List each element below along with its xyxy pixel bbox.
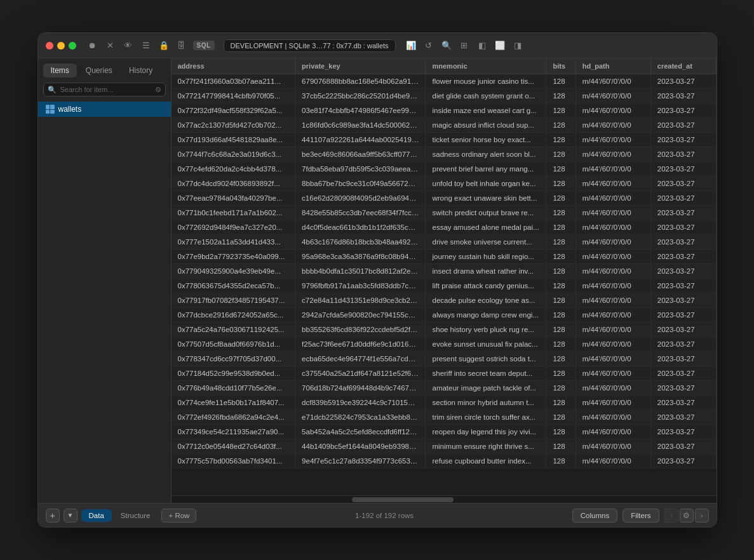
cell-private_key[interactable]: f25ac73f6ee671d0ddf6e9c1d0168f... [295, 337, 426, 352]
table-row[interactable]: 0x7775c57bd00563ab7fd3401...9e4f7e5c1c27… [172, 454, 717, 469]
table-row[interactable]: 0x7712c0e05448ed27c64d03f...44b1409bc5ef… [172, 439, 717, 454]
cell-private_key[interactable]: 1c86fd0c6c989ae3fa14dc500062b2... [295, 118, 426, 133]
cell-bits[interactable]: 128 [546, 206, 576, 220]
cell-private_key[interactable]: 679076888bb8ac168e54b062a918... [295, 74, 426, 89]
cell-address[interactable]: 0x772f32df49acf558f329f62a5... [172, 103, 295, 118]
cell-private_key[interactable]: 8bba67be7bc9ce31c0f49a566724b... [295, 177, 426, 191]
table-row[interactable]: 0x774ce9fe11e5b0b17a1f8407...dcf839b5919… [172, 396, 717, 410]
cell-hd_path[interactable]: m/44'/60'/0'/0/0 [576, 396, 650, 410]
cell-mnemonic[interactable]: present suggest ostrich soda t... [426, 352, 546, 366]
cell-address[interactable]: 0x776b49a48cdd10f77b5e26e... [172, 381, 295, 396]
chart-icon[interactable]: 📊 [405, 39, 417, 52]
cell-bits[interactable]: 128 [546, 279, 576, 293]
cell-mnemonic[interactable]: minimum ensure right thrive s... [426, 439, 546, 454]
cell-address[interactable]: 0x7744f7c6c68a2e3a019d6c3... [172, 147, 295, 162]
cell-private_key[interactable]: 706d18b724af699448d4b9c746752... [295, 381, 426, 396]
cell-created_at[interactable]: 2023-03-27 [650, 454, 716, 469]
cell-hd_path[interactable]: m/44'/60'/0'/0/0 [576, 308, 650, 323]
cell-mnemonic[interactable]: always mango damp crew engi... [426, 308, 546, 323]
cell-private_key[interactable]: 37cb5c2225bbc286c25201d4be966... [295, 89, 426, 103]
cell-address[interactable]: 0x772ef4926fbda6862a94c2e4... [172, 410, 295, 425]
cell-bits[interactable]: 128 [546, 89, 576, 103]
cell-created_at[interactable]: 2023-03-27 [650, 323, 716, 337]
cell-mnemonic[interactable]: journey sustain hub skill regio... [426, 250, 546, 264]
cell-created_at[interactable]: 2023-03-27 [650, 425, 716, 439]
cell-private_key[interactable]: 2942a7cfda5e900820ec794155c1ff... [295, 308, 426, 323]
cell-address[interactable]: 0x7775c57bd00563ab7fd3401... [172, 454, 295, 469]
cell-bits[interactable]: 128 [546, 177, 576, 191]
cell-address[interactable]: 0x77dcbce2916d6724052a65c... [172, 308, 295, 323]
cell-bits[interactable]: 128 [546, 162, 576, 177]
col-header-hd-path[interactable]: hd_path [576, 58, 650, 74]
cell-private_key[interactable]: dcf839b5919ce392244c9c7101539... [295, 396, 426, 410]
cell-mnemonic[interactable]: flower mouse junior casino tis... [426, 74, 546, 89]
filter-icon[interactable]: ⚙ [155, 86, 161, 94]
cell-hd_path[interactable]: m/44'/60'/0'/0/0 [576, 191, 650, 206]
cell-created_at[interactable]: 2023-03-27 [650, 74, 716, 89]
table-row[interactable]: 0x7744f7c6c68a2e3a019d6c3...be3ec469c860… [172, 147, 717, 162]
cell-bits[interactable]: 128 [546, 337, 576, 352]
table-row[interactable]: 0x77917fb07082f34857195437...c72e84a11d4… [172, 293, 717, 308]
cell-created_at[interactable]: 2023-03-27 [650, 250, 716, 264]
cell-bits[interactable]: 128 [546, 74, 576, 89]
add-row-button[interactable]: + Row [161, 509, 196, 523]
cell-mnemonic[interactable]: trim siren circle torch suffer ax... [426, 410, 546, 425]
filters-button[interactable]: Filters [623, 509, 659, 523]
cell-hd_path[interactable]: m/44'/60'/0'/0/0 [576, 323, 650, 337]
cell-created_at[interactable]: 2023-03-27 [650, 177, 716, 191]
chevron-down-button[interactable]: ▼ [64, 509, 77, 523]
cell-address[interactable]: 0x77dc4dcd9024f036893892f... [172, 177, 295, 191]
cell-created_at[interactable]: 2023-03-27 [650, 439, 716, 454]
table-row[interactable]: 0x778063675d4355d2eca57b...9796fbfb917a1… [172, 279, 717, 293]
cell-address[interactable]: 0x7712c0e05448ed27c64d03f... [172, 439, 295, 454]
cell-bits[interactable]: 128 [546, 454, 576, 469]
cell-private_key[interactable]: ecba65dec4e964774f1e556a7cd5d... [295, 352, 426, 366]
cell-bits[interactable]: 128 [546, 308, 576, 323]
cell-bits[interactable]: 128 [546, 235, 576, 250]
cell-created_at[interactable]: 2023-03-27 [650, 308, 716, 323]
gear-button[interactable]: ⚙ [680, 509, 694, 523]
refresh-icon[interactable]: ↺ [422, 39, 435, 52]
cell-address[interactable]: 0x771b0c1feebd171a7a1b602... [172, 206, 295, 220]
cell-address[interactable]: 0x778063675d4355d2eca57b... [172, 279, 295, 293]
cell-created_at[interactable]: 2023-03-27 [650, 410, 716, 425]
cell-private_key[interactable]: 8428e55b85cc3db7eec68f34f7fccdf... [295, 206, 426, 220]
cell-private_key[interactable]: d4c0f5deac661b3db1b1f2df635c6c... [295, 220, 426, 235]
cell-address[interactable]: 0x77507d5cf8aad0f66976b1d... [172, 337, 295, 352]
cell-bits[interactable]: 128 [546, 118, 576, 133]
cell-mnemonic[interactable]: drive smoke universe current... [426, 235, 546, 250]
cell-mnemonic[interactable]: unfold toy belt inhale organ ke... [426, 177, 546, 191]
cell-hd_path[interactable]: m/44'/60'/0'/0/0 [576, 454, 650, 469]
cell-address[interactable]: 0x772692d9484f9ea7c327e20... [172, 220, 295, 235]
tab-queries[interactable]: Queries [78, 63, 120, 77]
table-row[interactable]: 0x77d193d66af45481829aa8e...441107a92226… [172, 133, 717, 147]
cell-address[interactable]: 0x777e1502a11a53dd41d433... [172, 235, 295, 250]
minimize-button[interactable] [57, 42, 65, 50]
cell-created_at[interactable]: 2023-03-27 [650, 235, 716, 250]
cell-private_key[interactable]: c16e62d280908f4095d2eb9a69401... [295, 191, 426, 206]
cell-address[interactable]: 0x77d193d66af45481829aa8e... [172, 133, 295, 147]
table-row[interactable]: 0x77ac2c1307d5fd427c0b702...1c86fd0c6c98… [172, 118, 717, 133]
cell-hd_path[interactable]: m/44'/60'/0'/0/0 [576, 206, 650, 220]
cell-hd_path[interactable]: m/44'/60'/0'/0/0 [576, 220, 650, 235]
cell-hd_path[interactable]: m/44'/60'/0'/0/0 [576, 279, 650, 293]
table-row[interactable]: 0x778347cd6cc97f705d37d00...ecba65dec4e9… [172, 352, 717, 366]
cell-bits[interactable]: 128 [546, 439, 576, 454]
table-row[interactable]: 0x776b49a48cdd10f77b5e26e...706d18b724af… [172, 381, 717, 396]
cell-mnemonic[interactable]: sadness ordinary alert soon bl... [426, 147, 546, 162]
cell-address[interactable]: 0x77f241f3660a03b07aea211... [172, 74, 295, 89]
cell-mnemonic[interactable]: sheriff into secret team deput... [426, 366, 546, 381]
cell-created_at[interactable]: 2023-03-27 [650, 220, 716, 235]
tab-data[interactable]: Data [81, 509, 112, 522]
table-row[interactable]: 0x772ef4926fbda6862a94c2e4...e71dcb22582… [172, 410, 717, 425]
cell-bits[interactable]: 128 [546, 103, 576, 118]
cell-address[interactable]: 0x77ac2c1307d5fd427c0b702... [172, 118, 295, 133]
cell-bits[interactable]: 128 [546, 220, 576, 235]
cell-bits[interactable]: 128 [546, 147, 576, 162]
cell-mnemonic[interactable]: switch predict output brave re... [426, 206, 546, 220]
table-row[interactable]: 0x77184d52c99e9538d9b0ed...c375540a25a21… [172, 366, 717, 381]
table-row[interactable]: 0x77eeac9784a043fa40297be...c16e62d28090… [172, 191, 717, 206]
cell-created_at[interactable]: 2023-03-27 [650, 191, 716, 206]
cell-bits[interactable]: 128 [546, 396, 576, 410]
cell-mnemonic[interactable]: shoe history verb pluck rug re... [426, 323, 546, 337]
